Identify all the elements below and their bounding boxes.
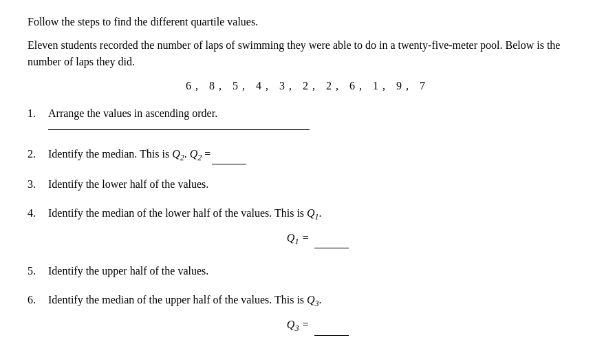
step-4-content: Identify the median of the lower half of… [48,204,587,252]
intro-text-2: Eleven students recorded the number of l… [28,37,587,70]
q3-label: Q3 [307,294,319,306]
content-area: Follow the steps to find the different q… [28,14,587,339]
intro-text-1: Follow the steps to find the different q… [28,14,587,30]
q3-eq-symbol: Q3 [287,319,299,330]
q2-label: Q2 [172,148,184,160]
q1-equation-line: Q1 = [48,229,587,248]
step-5: 5. Identify the upper half of the values… [28,262,587,280]
step-1: 1. Arrange the values in ascending order… [28,105,587,134]
q1-answer-blank[interactable] [314,248,349,248]
step-6-text: Identify the median of the upper half of… [48,294,322,306]
step-6-number: 6. [28,291,48,309]
step-6-content: Identify the median of the upper half of… [48,291,587,339]
steps-list: 1. Arrange the values in ascending order… [28,105,587,339]
q2-eq-label: Q2 [190,148,202,160]
step-5-content: Identify the upper half of the values. [48,262,587,280]
step-4: 4. Identify the median of the lower half… [28,204,587,252]
q3-eq-equals: = [301,319,312,330]
step-2-number: 2. [28,145,48,163]
step-1-text: Arrange the values in ascending order. [48,107,217,119]
step-2: 2. Identify the median. This is Q2. Q2 = [28,145,587,164]
step-3-text: Identify the lower half of the values. [48,178,208,190]
q1-eq-equals: = [301,232,312,244]
step-2-text: Identify the median. This is Q2. Q2 = [48,148,246,160]
q3-answer-blank[interactable] [314,335,349,336]
step-6: 6. Identify the median of the upper half… [28,291,587,339]
q1-label: Q1 [307,207,319,219]
step-3: 3. Identify the lower half of the values… [28,175,587,193]
step-4-text: Identify the median of the lower half of… [48,207,322,219]
step-5-text: Identify the upper half of the values. [48,265,208,277]
q1-eq-symbol: Q1 [287,232,299,244]
step-1-answer-line[interactable] [48,129,310,130]
step-4-number: 4. [28,204,48,222]
step-3-number: 3. [28,175,48,193]
q3-equation-line: Q3 = [48,316,587,335]
step-2-content: Identify the median. This is Q2. Q2 = [48,145,587,164]
step-1-number: 1. [28,105,48,122]
step-3-content: Identify the lower half of the values. [48,175,587,193]
q2-answer-blank[interactable] [212,164,246,164]
step-1-content: Arrange the values in ascending order. [48,105,587,134]
data-values: 6, 8, 5, 4, 3, 2, 2, 6, 1, 9, 7 [28,80,587,92]
step-5-number: 5. [28,262,48,280]
